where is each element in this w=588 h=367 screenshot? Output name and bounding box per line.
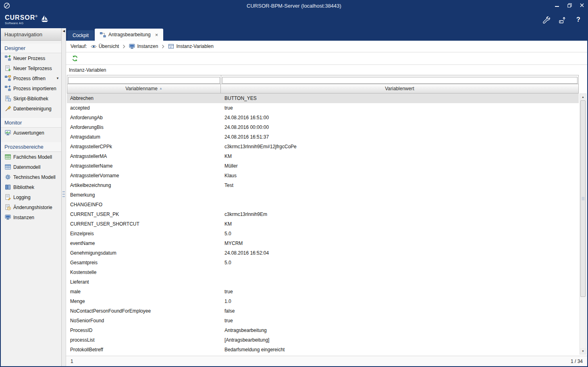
sidebar-item-neuer-prozess[interactable]: Neuer Prozess bbox=[1, 53, 61, 63]
splitter-grip[interactable] bbox=[62, 191, 65, 197]
breadcrumb-item-uebersicht[interactable]: Übersicht bbox=[91, 44, 119, 50]
variable-value-cell: KM bbox=[221, 153, 579, 159]
table-row[interactable]: ProcessIDAntragsbearbeitung bbox=[67, 326, 579, 335]
sidebar-item-technisches-modell[interactable]: Technisches Modell bbox=[1, 172, 61, 182]
variable-value-cell: MYCRM bbox=[221, 241, 579, 246]
table-row[interactable]: ProtokollBetreffBedarfsmeldung eingereic… bbox=[67, 345, 579, 355]
sidebar-item-fachliches-modell[interactable]: Fachliches Modell bbox=[1, 152, 61, 162]
sidebar-item-prozess-oeffnen[interactable]: Prozess öffnen▼ bbox=[1, 73, 61, 83]
instances-icon bbox=[129, 44, 135, 50]
tab-label: Antragsbearbeitung bbox=[108, 32, 151, 37]
sidebar-item-prozess-importieren[interactable]: Prozess importieren bbox=[1, 83, 61, 93]
tab-antragsbearbeitung[interactable]: Antragsbearbeitung× bbox=[95, 29, 163, 41]
variable-value-cell: c3krmc13rlnnih9Em#12jfrgcCoPe bbox=[221, 144, 579, 149]
new-subprocess-icon bbox=[5, 65, 11, 71]
vertical-scrollbar[interactable]: ▲ ▼ bbox=[580, 93, 586, 355]
table-row[interactable]: CHANGEINFO bbox=[67, 200, 579, 209]
scroll-down-icon[interactable]: ▼ bbox=[580, 348, 586, 354]
variable-value-cell: true bbox=[221, 105, 579, 111]
variable-name-cell: male bbox=[67, 289, 221, 294]
sailboat-icon bbox=[40, 15, 49, 23]
sidebar-item-label: Technisches Modell bbox=[13, 174, 56, 180]
breadcrumb-item-instanz-variablen[interactable]: x=Instanz-Variablen bbox=[168, 44, 214, 50]
sidebar-item-datenbereinigung[interactable]: Datenbereinigung bbox=[1, 104, 61, 114]
sidebar-item-neuer-teilprozess[interactable]: Neuer Teilprozess bbox=[1, 63, 61, 73]
table-row[interactable]: CURRENT_USER_PKc3krmc13rlnnih9Em bbox=[67, 209, 579, 219]
table-row[interactable]: AnforderungBis24.08.2016 00:00:00 bbox=[67, 122, 579, 132]
toolbar bbox=[66, 52, 587, 65]
table-row[interactable]: NoSeniorFoundtrue bbox=[67, 316, 579, 326]
scrollbar-thumb[interactable] bbox=[580, 100, 586, 297]
dropdown-caret-icon[interactable]: ▼ bbox=[56, 77, 59, 80]
section-header-monitor: Monitor bbox=[1, 118, 61, 128]
tools-icon[interactable] bbox=[542, 16, 550, 24]
table-row[interactable]: maletrue bbox=[67, 287, 579, 297]
refresh-icon bbox=[72, 55, 78, 62]
sidebar-item-aenderungshistorie[interactable]: Änderungshistorie bbox=[1, 202, 61, 212]
breadcrumb-label: Verlauf: bbox=[71, 44, 87, 49]
refresh-button[interactable] bbox=[71, 54, 79, 63]
table-row[interactable]: eventNameMYCRM bbox=[67, 238, 579, 248]
main-body: Hauptnavigation DesignerNeuer ProzessNeu… bbox=[1, 28, 587, 366]
status-row-count: 1 bbox=[71, 359, 73, 364]
table-row[interactable]: Genehmigungsdatum24.08.2016 16:52:04 bbox=[67, 248, 579, 258]
table-row[interactable]: CURRENT_USER_SHORTCUTKM bbox=[67, 219, 579, 229]
sidebar-item-datenmodell[interactable]: Datenmodell bbox=[1, 162, 61, 172]
sidebar-item-label: Neuer Teilprozess bbox=[13, 66, 52, 71]
variable-value-cell: KM bbox=[221, 221, 579, 227]
variable-value-cell: true bbox=[221, 318, 579, 323]
sort-ascending-icon: ▲ bbox=[159, 87, 162, 90]
sidebar-item-bibliothek[interactable]: Bibliothek bbox=[1, 182, 61, 192]
variablenwert-filter-input[interactable] bbox=[222, 77, 578, 84]
variable-name-cell: ProtokollBetreff bbox=[67, 347, 221, 352]
breadcrumb-item-instanzen[interactable]: Instanzen bbox=[129, 44, 158, 50]
help-icon[interactable]: ? bbox=[574, 16, 582, 24]
table-row[interactable]: AntragsstellerCPPkc3krmc13rlnnih9Em#12jf… bbox=[67, 142, 579, 151]
table-row[interactable]: Antragsdatum24.08.2016 16:51:37 bbox=[67, 132, 579, 142]
variable-name-cell: Artikelbezeichnung bbox=[67, 182, 221, 188]
sidebar-item-logging[interactable]: Logging bbox=[1, 192, 61, 202]
table-row[interactable]: acceptedtrue bbox=[67, 103, 579, 113]
sidebar-item-skript-bibliothek[interactable]: Skript-Bibliothek bbox=[1, 93, 61, 104]
variable-name-cell: Menge bbox=[67, 299, 221, 304]
table-row[interactable]: NoContactPersonFoundForEmployeefalse bbox=[67, 306, 579, 316]
table-row[interactable]: AbbrechenBUTTON_YES bbox=[67, 93, 579, 103]
sidebar-item-label: Skript-Bibliothek bbox=[13, 96, 48, 102]
brand-row: CURSOR® Software AG ? bbox=[0, 11, 588, 28]
scroll-up-icon[interactable]: ▲ bbox=[580, 94, 586, 100]
change-history-icon bbox=[5, 204, 11, 210]
table-row[interactable]: Lieferant bbox=[67, 277, 579, 287]
tab-close-icon[interactable]: × bbox=[155, 32, 158, 37]
table-row[interactable]: ArtikelbezeichnungTest bbox=[67, 180, 579, 190]
filter-cell-variablenwert bbox=[221, 75, 579, 84]
table-row[interactable]: AntragsstellerMAKM bbox=[67, 151, 579, 161]
table-row[interactable]: AntragsstellerVornameKlaus bbox=[67, 171, 579, 180]
table-row[interactable]: processList[Antragsbearbeitung] bbox=[67, 335, 579, 345]
table-row[interactable]: Menge1.0 bbox=[67, 297, 579, 306]
sidebar-item-label: Änderungshistorie bbox=[13, 205, 52, 210]
variable-name-cell: Genehmigungsdatum bbox=[67, 250, 221, 256]
collapse-left-icon[interactable]: ◄ bbox=[62, 29, 66, 33]
table-row[interactable]: AntragsstellerNameMüller bbox=[67, 161, 579, 171]
table-row[interactable]: AnforderungAb24.08.2016 16:51:00 bbox=[67, 113, 579, 122]
deploy-icon[interactable] bbox=[558, 16, 566, 24]
variablenname-filter-input[interactable] bbox=[68, 77, 220, 84]
sidebar-item-instanzen[interactable]: Instanzen bbox=[1, 212, 61, 222]
minimize-icon[interactable] bbox=[554, 3, 560, 8]
table-row[interactable]: Einzelpreis5.0 bbox=[67, 229, 579, 238]
close-icon[interactable] bbox=[579, 3, 585, 8]
table-row[interactable]: Kostenstelle bbox=[67, 267, 579, 277]
column-header-variablenwert[interactable]: Variablenwert bbox=[221, 84, 579, 93]
variable-value-cell: Antragsbearbeitung bbox=[221, 328, 579, 333]
maximize-icon[interactable] bbox=[567, 3, 572, 8]
table-row[interactable]: Gesamtpreis5.0 bbox=[67, 258, 579, 267]
variable-name-cell: Abbrechen bbox=[67, 95, 221, 101]
sidebar-item-auswertungen[interactable]: Auswertungen bbox=[1, 128, 61, 138]
technical-model-icon bbox=[5, 174, 11, 180]
table-row[interactable]: Bemerkung bbox=[67, 190, 579, 200]
tab-cockpit[interactable]: Cockpit bbox=[67, 30, 94, 41]
tabbar: CockpitAntragsbearbeitung× bbox=[66, 28, 587, 41]
sidebar-splitter[interactable]: ◄ bbox=[62, 28, 66, 366]
sidebar-item-label: Prozess importieren bbox=[13, 86, 56, 91]
column-header-variablenname[interactable]: Variablenname ▲ bbox=[67, 84, 221, 93]
